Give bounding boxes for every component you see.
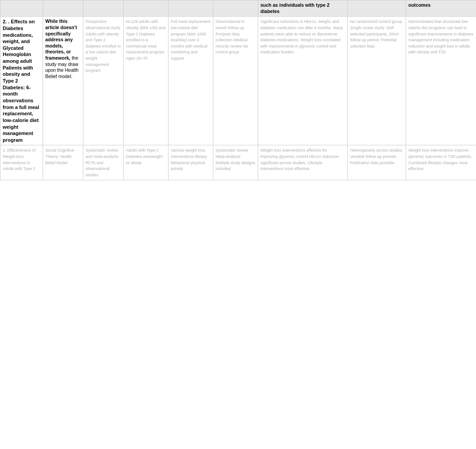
header-col-1 — [0, 0, 43, 17]
study-design-text: Prospective observational study Adults w… — [86, 19, 121, 73]
cell-theory: While this article doesn't specifically … — [43, 17, 83, 145]
header-col-8 — [348, 0, 406, 17]
intervention-2-text: Various weight loss interventions dietar… — [171, 148, 207, 171]
cell-outcomes: Demonstrates that structured low-calorie… — [406, 17, 476, 145]
article-title-2-text: 3. Effectiveness of Weight-loss Interven… — [3, 148, 35, 171]
cell-methods: Observational 6-month follow-up Pre/post… — [213, 17, 258, 145]
table-header-row: such as individuals with type 2 diabetes… — [0, 0, 476, 17]
intervention-text: Full meal replacement low-calorie diet p… — [171, 19, 211, 61]
table-row: 2. . Effects on Diabetes medications, we… — [0, 17, 476, 145]
table-row: 3. Effectiveness of Weight-loss Interven… — [0, 145, 476, 180]
cell-outcomes-2: Weight loss interventions improve glycem… — [406, 145, 476, 180]
cell-limitations-2: Heterogeneity across studies. Variable f… — [348, 145, 406, 180]
cell-sample: N=128 adults with obesity (BMI ≥30) and … — [124, 17, 169, 145]
header-col-5 — [169, 0, 213, 17]
outcomes-2-text: Weight loss interventions improve glycem… — [408, 148, 472, 171]
header-col-2 — [43, 0, 83, 17]
limitations-2-text: Heterogeneity across studies. Variable f… — [350, 148, 403, 165]
sample-2-text: Adults with Type 2 Diabetes overweight o… — [126, 148, 163, 165]
main-table-container: such as individuals with type 2 diabetes… — [0, 0, 476, 180]
header-outcomes-label: outcomes — [408, 2, 431, 8]
research-table: such as individuals with type 2 diabetes… — [0, 0, 476, 180]
header-population-label: such as individuals with type 2 diabetes — [260, 2, 329, 14]
cell-intervention: Full meal replacement low-calorie diet p… — [169, 17, 213, 145]
cell-intervention-2: Various weight loss interventions dietar… — [169, 145, 213, 180]
article-title-text: 2. . Effects on Diabetes medications, we… — [3, 19, 39, 143]
header-col-9: outcomes — [406, 0, 476, 17]
header-col-4 — [124, 0, 169, 17]
methods-2-text: Systematic review Meta-analysis Multiple… — [216, 148, 255, 171]
cell-population-results: Significant reductions in HbA1c, weight,… — [258, 17, 348, 145]
population-results-text: Significant reductions in HbA1c, weight,… — [260, 19, 343, 54]
cell-population-results-2: Weight loss interventions effective for … — [258, 145, 348, 180]
outcomes-text: Demonstrates that structured low-calorie… — [408, 19, 473, 54]
theory-text-bold: While this article doesn't specifically … — [45, 18, 77, 61]
header-col-3 — [83, 0, 124, 17]
sample-text: N=128 adults with obesity (BMI ≥30) and … — [126, 19, 165, 61]
population-results-2-text: Weight loss interventions effective for … — [260, 148, 339, 171]
study-design-2-text: Systematic review and meta-analysis RCTs… — [86, 148, 118, 177]
limitations-text: No randomized control group. Single cent… — [350, 19, 403, 48]
cell-methods-2: Systematic review Meta-analysis Multiple… — [213, 145, 258, 180]
cell-article-title-2: 3. Effectiveness of Weight-loss Interven… — [0, 145, 43, 180]
header-col-6 — [213, 0, 258, 17]
theory-2-text: Social Cognitive Theory; Health Belief M… — [45, 148, 74, 165]
cell-study-design-2: Systematic review and meta-analysis RCTs… — [83, 145, 124, 180]
methods-text: Observational 6-month follow-up Pre/post… — [216, 19, 248, 54]
cell-theory-2: Social Cognitive Theory; Health Belief M… — [43, 145, 83, 180]
cell-limitations: No randomized control group. Single cent… — [348, 17, 406, 145]
cell-sample-2: Adults with Type 2 Diabetes overweight o… — [124, 145, 169, 180]
cell-study-design: Prospective observational study Adults w… — [83, 17, 124, 145]
cell-article-title: 2. . Effects on Diabetes medications, we… — [0, 17, 43, 145]
header-col-7: such as individuals with type 2 diabetes — [258, 0, 348, 17]
